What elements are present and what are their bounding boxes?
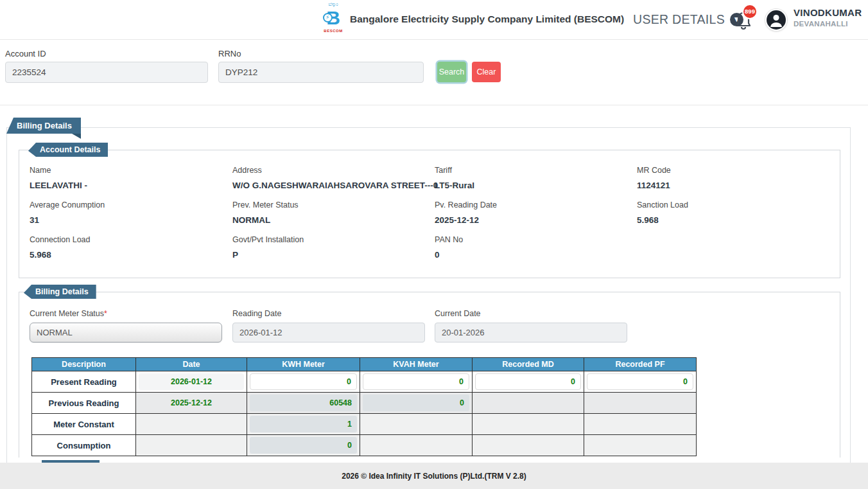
current-date-field[interactable]: 20-01-2026 (435, 323, 627, 342)
rrno-input[interactable] (218, 62, 424, 83)
field-address: Address W/O G.NAGESHWARAIAHSAROVARA STRE… (232, 166, 435, 190)
readings-table: Description Date KWH Meter KVAH Meter Re… (31, 357, 697, 456)
present-kwh-input[interactable]: 0 (250, 373, 357, 390)
consumption-value: 0 (250, 437, 357, 454)
field-prev-meter-status: Prev. Meter Status NORMAL (232, 200, 435, 225)
bescom-billing-page: ಬೆಸ್ಕಾಂ B ⚡ BESCOM Bangalore Electricity… (0, 0, 868, 489)
reading-date-label: Reading Date (232, 309, 281, 318)
user-icon (767, 10, 786, 30)
reading-date-field[interactable]: 2026-01-12 (232, 323, 425, 342)
previous-kvah-value: 0 (363, 395, 469, 411)
present-pf-input[interactable]: 0 (587, 373, 693, 390)
account-details-section: Account Details Name LEELAVATHI - Addres… (19, 150, 840, 278)
table-row-previous-reading: Previous Reading 2025-12-12 60548 0 (32, 393, 697, 414)
present-md-input[interactable]: 0 (475, 373, 581, 390)
clear-button[interactable]: Clear (472, 62, 501, 82)
page-footer: 2026 © Idea Infinity IT Solutions (P)Ltd… (0, 463, 868, 489)
meter-constant-value: 1 (250, 416, 357, 432)
account-details-grid: Name LEELAVATHI - Address W/O G.NAGESHWA… (19, 150, 840, 270)
billing-details-tab-label: Billing Details (6, 118, 81, 134)
col-recorded-pf: Recorded PF (584, 358, 697, 371)
logo-caption: BESCOM (321, 29, 345, 33)
logo-kannada-text: ಬೆಸ್ಕಾಂ (321, 2, 345, 7)
power-pole-icon: ⚡ (326, 14, 329, 21)
field-sanction-load: Sanction Load 5.968 (637, 200, 840, 225)
table-row-meter-constant: Meter Constant 1 (32, 414, 697, 435)
present-kvah-input[interactable]: 0 (363, 373, 469, 390)
field-connection-load: Connection Load 5.968 (30, 235, 232, 260)
col-kvah-meter: KVAH Meter (360, 358, 473, 371)
col-recorded-md: Recorded MD (473, 358, 584, 371)
previous-reading-date: 2025-12-12 (139, 395, 244, 411)
account-details-ribbon: Account Details (28, 143, 108, 157)
notifications-button[interactable]: 899 (734, 10, 754, 32)
field-name: Name LEELAVATHI - (30, 166, 232, 190)
current-meter-status-select[interactable]: NORMAL (30, 323, 222, 342)
present-reading-date: 2026-01-12 (139, 373, 244, 390)
billing-details-panel: Billing Details Account Details Name LEE… (6, 127, 851, 487)
account-id-label: Account ID (5, 49, 46, 58)
field-tariff: Tariff LT5-Rural (435, 166, 637, 190)
account-id-input[interactable] (5, 62, 208, 83)
rrno-label: RRNo (218, 49, 241, 58)
user-details-menu[interactable]: USER DETAILS ▼ (633, 12, 743, 27)
previous-kwh-value: 60548 (250, 395, 357, 411)
col-date: Date (136, 358, 247, 371)
user-name: VINODKUMAR (794, 7, 862, 18)
table-row-present-reading: Present Reading 2026-01-12 0 0 0 0 (32, 371, 697, 393)
user-location: DEVANAHALLI (794, 20, 862, 28)
field-average-consumption: Average Conumption 31 (30, 200, 232, 225)
col-kwh-meter: KWH Meter (247, 358, 360, 371)
notification-badge: 899 (742, 4, 758, 19)
ribbon-tail (72, 134, 81, 139)
billing-details-section: Billing Details Current Meter Status* NO… (19, 292, 840, 458)
table-header-row: Description Date KWH Meter KVAH Meter Re… (32, 358, 697, 371)
field-mr-code: MR Code 1124121 (637, 166, 840, 190)
field-pan-no: PAN No 0 (435, 235, 637, 260)
copyright-text: 2026 © Idea Infinity IT Solutions (P)Ltd… (342, 472, 526, 481)
col-description: Description (32, 358, 136, 371)
avatar[interactable] (765, 8, 788, 31)
user-details-label: USER DETAILS (633, 12, 725, 27)
current-meter-status-label: Current Meter Status* (30, 309, 107, 318)
field-govt-pvt-installation: Govt/Pvt Installation P (232, 235, 435, 260)
billing-details-ribbon: Billing Details (24, 285, 96, 299)
search-button[interactable]: Search (437, 62, 466, 82)
top-header: ಬೆಸ್ಕಾಂ B ⚡ BESCOM Bangalore Electricity… (0, 0, 868, 40)
table-row-consumption: Consumption 0 (32, 435, 697, 456)
section-divider (0, 105, 868, 105)
field-pv-reading-date: Pv. Reading Date 2025-12-12 (435, 200, 637, 225)
tab-billing-details[interactable]: Billing Details (6, 118, 81, 134)
bescom-logo: ಬೆಸ್ಕಾಂ B ⚡ BESCOM (321, 2, 345, 38)
current-date-label: Current Date (435, 309, 481, 318)
page-title: Bangalore Electricity Supply Company Lim… (350, 13, 624, 25)
required-asterisk: * (104, 309, 107, 318)
